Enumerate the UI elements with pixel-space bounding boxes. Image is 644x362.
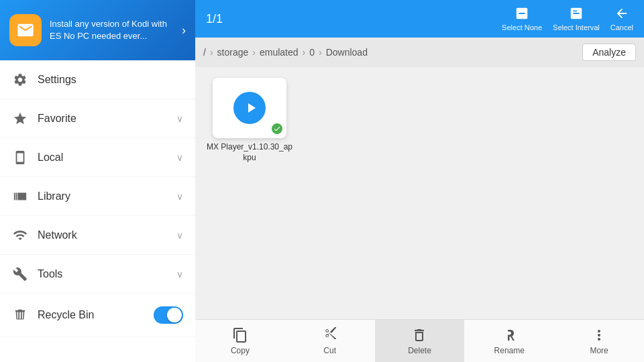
delete-label: Delete <box>408 346 431 355</box>
star-icon <box>12 111 28 127</box>
library-icon <box>12 188 28 204</box>
select-interval-button[interactable]: Select Interval <box>553 6 600 32</box>
more-button[interactable]: More <box>554 320 644 362</box>
breadcrumb: / › storage › emulated › 0 › Download An… <box>195 38 644 67</box>
sidebar-item-network[interactable]: Network ∨ <box>0 216 195 255</box>
sidebar-item-local[interactable]: Local ∨ <box>0 138 195 177</box>
breadcrumb-storage[interactable]: storage <box>217 47 249 58</box>
cancel-button[interactable]: Cancel <box>610 6 633 32</box>
sidebar-item-recycle-bin[interactable]: Recycle Bin <box>0 294 195 337</box>
more-label: More <box>590 346 608 355</box>
delete-button[interactable]: Delete <box>375 320 465 362</box>
breadcrumb-download[interactable]: Download <box>326 47 368 58</box>
selection-count: 1/1 <box>206 12 495 26</box>
library-label: Library <box>38 190 167 202</box>
selected-badge <box>270 122 284 135</box>
breadcrumb-emulated[interactable]: emulated <box>260 47 299 58</box>
file-thumbnail <box>213 78 286 138</box>
banner-text: Install any version of Kodi with ES No P… <box>50 18 174 42</box>
cancel-label: Cancel <box>610 23 633 32</box>
file-item-mxplayer[interactable]: MX Player_v1.10.30_apkpu <box>206 78 293 163</box>
analyze-button[interactable]: Analyze <box>582 44 636 61</box>
cut-button[interactable]: Cut <box>285 320 375 362</box>
file-name: MX Player_v1.10.30_apkpu <box>206 142 293 163</box>
select-none-label: Select None <box>502 23 542 32</box>
network-icon <box>12 227 28 243</box>
breadcrumb-root[interactable]: / <box>203 47 206 58</box>
rename-button[interactable]: Rename <box>464 320 554 362</box>
mail-icon <box>9 14 42 46</box>
cut-label: Cut <box>323 346 336 355</box>
sidebar-item-tools[interactable]: Tools ∨ <box>0 255 195 294</box>
topbar-actions: Select None Select Interval Cancel <box>502 6 633 32</box>
recycle-bin-label: Recycle Bin <box>38 309 144 321</box>
select-interval-label: Select Interval <box>553 23 600 32</box>
tools-icon <box>12 266 28 282</box>
local-icon <box>12 149 28 166</box>
copy-label: Copy <box>231 346 250 355</box>
settings-label: Settings <box>38 74 183 86</box>
network-label: Network <box>38 229 167 241</box>
topbar: 1/1 Select None Select Interval Cancel <box>195 0 644 38</box>
rename-label: Rename <box>494 346 525 355</box>
copy-button[interactable]: Copy <box>195 320 285 362</box>
sidebar-item-library[interactable]: Library ∨ <box>0 177 195 216</box>
sidebar: Install any version of Kodi with ES No P… <box>0 0 195 362</box>
tools-label: Tools <box>38 268 167 280</box>
main-content: 1/1 Select None Select Interval Cancel <box>195 0 644 362</box>
play-button-icon <box>233 92 266 124</box>
library-chevron-icon: ∨ <box>176 191 183 202</box>
sidebar-item-favorite[interactable]: Favorite ∨ <box>0 99 195 138</box>
file-area: MX Player_v1.10.30_apkpu <box>195 67 644 319</box>
sidebar-item-settings[interactable]: Settings <box>0 60 195 99</box>
settings-icon <box>12 72 28 88</box>
favorite-label: Favorite <box>38 113 167 125</box>
tools-chevron-icon: ∨ <box>176 269 183 280</box>
select-none-button[interactable]: Select None <box>502 6 542 32</box>
network-chevron-icon: ∨ <box>176 230 183 241</box>
sidebar-banner[interactable]: Install any version of Kodi with ES No P… <box>0 0 195 60</box>
bottom-toolbar: Copy Cut Delete Rename More <box>195 319 644 362</box>
recycle-icon <box>12 307 28 323</box>
favorite-chevron-icon: ∨ <box>176 113 183 124</box>
recycle-bin-toggle[interactable] <box>154 306 183 324</box>
local-chevron-icon: ∨ <box>176 152 183 163</box>
banner-arrow-icon: › <box>182 23 186 38</box>
local-label: Local <box>38 152 167 164</box>
breadcrumb-0[interactable]: 0 <box>309 47 315 58</box>
sidebar-nav: Settings Favorite ∨ Local ∨ <box>0 60 195 362</box>
